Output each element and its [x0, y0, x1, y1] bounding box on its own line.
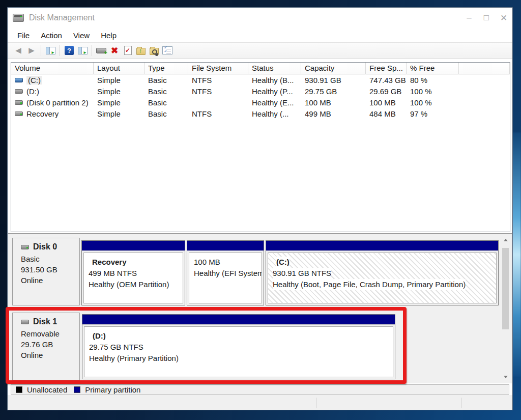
partition-size: 499 MB NTFS: [89, 268, 178, 279]
column-header-freespace[interactable]: Free Sp...: [366, 63, 407, 74]
volume-name: (Disk 0 partition 2): [26, 98, 89, 107]
disk-view-icon[interactable]: [95, 44, 107, 57]
vertical-scrollbar[interactable]: [501, 236, 510, 381]
cell-type: Basic: [144, 74, 188, 86]
column-header-filesystem[interactable]: File System: [188, 63, 248, 74]
cell-free: 29.69 GB: [366, 86, 407, 97]
status-divider: [316, 398, 316, 408]
cell-pctfree: 100 %: [407, 86, 459, 97]
disk-state: Online: [21, 275, 79, 286]
partition-c[interactable]: (C:) 930.91 GB NTFS Healthy (Boot, Page …: [266, 240, 499, 305]
cell-filesystem: NTFS: [188, 108, 248, 119]
disk0-info-panel[interactable]: Disk 0 Basic 931.50 GB Online: [12, 238, 80, 305]
minimize-button[interactable]: –: [460, 8, 478, 28]
validate-doc-icon[interactable]: [122, 44, 134, 57]
cell-capacity: 100 MB: [301, 97, 366, 108]
legend-bar: Unallocated Primary partition: [11, 384, 509, 395]
partition-size: 100 MB: [194, 257, 257, 268]
cell-filesystem: NTFS: [188, 86, 248, 97]
volume-drive-icon: [15, 89, 23, 94]
volume-drive-icon: [15, 78, 23, 82]
cell-status: Healthy (B...: [248, 74, 301, 86]
cell-pctfree: 97 %: [407, 108, 459, 119]
column-header-status[interactable]: Status: [248, 63, 301, 74]
column-header-pctfree[interactable]: % Free: [407, 63, 459, 74]
partition-status: Healthy (Boot, Page File, Crash Dump, Pr…: [273, 279, 491, 290]
partition-efi[interactable]: 100 MB Healthy (EFI System: [187, 240, 264, 305]
cell-layout: Simple: [94, 108, 144, 119]
legend-label-primary: Primary partition: [85, 385, 140, 394]
cell-type: Basic: [144, 108, 188, 119]
volume-drive-icon: [15, 100, 23, 105]
partition-recovery[interactable]: Recovery 499 MB NTFS Healthy (OEM Partit…: [81, 240, 185, 305]
cell-capacity: 930.91 GB: [301, 74, 366, 86]
cell-capacity: 499 MB: [301, 108, 366, 119]
cell-layout: Simple: [94, 74, 144, 86]
back-icon[interactable]: ◀: [12, 44, 24, 57]
partition-status: Healthy (OEM Partition): [89, 279, 178, 290]
volume-list: Volume Layout Type File System Status Ca…: [11, 62, 510, 232]
volume-name: Recovery: [26, 109, 59, 118]
disk-management-app-icon: [13, 14, 24, 22]
table-row[interactable]: (D:) Simple Basic NTFS Healthy (P... 29.…: [11, 86, 510, 97]
column-header-capacity[interactable]: Capacity: [301, 63, 366, 74]
partition-size: 930.91 GB NTFS: [273, 268, 491, 279]
scroll-down-icon[interactable]: [501, 373, 510, 381]
cell-status: Healthy (...: [248, 108, 301, 119]
status-bar: [8, 396, 512, 410]
cell-layout: Simple: [94, 86, 144, 97]
menu-action[interactable]: Action: [35, 29, 68, 42]
cell-pctfree: 80 %: [407, 74, 459, 86]
menu-help[interactable]: Help: [95, 29, 122, 42]
column-header-layout[interactable]: Layout: [94, 63, 144, 74]
title-bar: Disk Management – □ ✕: [8, 8, 512, 28]
help-icon[interactable]: ?: [63, 44, 75, 57]
scroll-up-icon[interactable]: [501, 236, 510, 244]
red-highlight-box: [6, 307, 407, 384]
disk-size: 931.50 GB: [21, 264, 79, 275]
column-header-filler: [459, 63, 510, 74]
forward-icon[interactable]: ▶: [25, 44, 38, 57]
status-divider: [461, 398, 461, 408]
disk-icon: [21, 245, 29, 249]
table-row[interactable]: Recovery Simple Basic NTFS Healthy (... …: [11, 108, 510, 119]
desktop-wallpaper-beam: [512, 132, 521, 377]
cell-layout: Simple: [94, 97, 144, 108]
menu-file[interactable]: File: [12, 29, 35, 42]
window-title: Disk Management: [29, 13, 95, 22]
partition-header-bar: [187, 241, 264, 251]
column-header-volume[interactable]: Volume: [11, 63, 94, 74]
cell-filesystem: [188, 97, 248, 108]
folder-up-icon[interactable]: [135, 44, 147, 57]
close-button[interactable]: ✕: [495, 8, 512, 28]
column-header-type[interactable]: Type: [144, 63, 188, 74]
action-pane-icon[interactable]: [76, 44, 89, 57]
scrollbar-thumb[interactable]: [502, 248, 509, 329]
legend-swatch-unallocated: [16, 386, 22, 393]
table-row[interactable]: (Disk 0 partition 2) Simple Basic Health…: [11, 97, 510, 108]
cell-capacity: 29.75 GB: [301, 86, 366, 97]
toolbar-separator: [41, 45, 41, 56]
partition-header-bar: [266, 241, 498, 251]
partition-title: Recovery: [89, 257, 178, 268]
folder-search-icon[interactable]: [148, 44, 160, 57]
volume-drive-icon: [15, 111, 23, 116]
cell-free: 484 MB: [366, 108, 407, 119]
table-row[interactable]: (C:) Simple Basic NTFS Healthy (B... 930…: [11, 74, 510, 86]
cell-status: Healthy (P...: [248, 86, 301, 97]
maximize-button[interactable]: □: [478, 8, 495, 28]
cell-free: 747.43 GB: [366, 74, 407, 86]
cell-type: Basic: [144, 97, 188, 108]
toolbar: ◀ ▶ ? ✖: [8, 42, 512, 59]
disk-kind: Basic: [21, 254, 79, 264]
cell-pctfree: 100 %: [407, 97, 459, 108]
delete-volume-icon[interactable]: ✖: [108, 44, 121, 57]
menu-view[interactable]: View: [68, 29, 95, 42]
cell-filesystem: NTFS: [188, 74, 248, 86]
checklist-icon[interactable]: [161, 44, 173, 57]
console-tree-icon[interactable]: [44, 44, 56, 57]
partition-status: Healthy (EFI System: [194, 268, 257, 279]
toolbar-separator: [92, 45, 92, 56]
legend-label-unallocated: Unallocated: [27, 385, 67, 394]
cell-status: Healthy (E...: [248, 97, 301, 108]
